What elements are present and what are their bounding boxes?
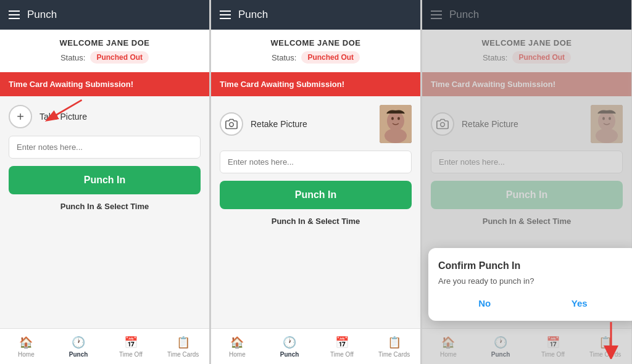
status-badge-panel2: Punched Out [301, 51, 360, 64]
confirm-yes-btn[interactable]: Yes [562, 296, 597, 311]
nav-punch-panel2[interactable]: 🕐 Punch [264, 329, 316, 364]
welcome-section-panel1: WELCOME JANE DOE Status: Punched Out [0, 30, 209, 72]
svg-point-4 [385, 128, 407, 143]
hamburger-menu-icon[interactable] [9, 10, 20, 19]
notes-input-panel1[interactable] [9, 136, 201, 159]
nav-timeoff-label-panel1: Time Off [119, 351, 143, 358]
nav-timecards-label-panel2: Time Cards [378, 351, 410, 358]
confirm-punch-modal: Confirm Punch In Are you ready to punch … [428, 248, 632, 321]
nav-home-panel2[interactable]: 🏠 Home [211, 329, 264, 364]
bottom-nav-panel1: 🏠 Home 🕐 Punch 📅 Time Off 📋 Time Cards [0, 328, 209, 364]
nav-home-panel1[interactable]: 🏠 Home [0, 329, 52, 364]
app-header-panel2: Punch [211, 0, 420, 30]
nav-timecards-label-panel1: Time Cards [167, 351, 199, 358]
alert-banner-panel1[interactable]: Time Card Awaiting Submission! [0, 72, 209, 96]
notes-input-panel2[interactable] [220, 151, 412, 173]
nav-home-label-panel1: Home [18, 351, 35, 358]
punch-in-btn-panel2[interactable]: Punch In [220, 181, 412, 209]
welcome-section-panel2: WELCOME JANE DOE Status: Punched Out [211, 30, 420, 72]
main-body-panel2: Retake Picture [211, 96, 420, 328]
nav-timecards-panel1[interactable]: 📋 Time Cards [157, 329, 209, 364]
punch-icon-panel1: 🕐 [72, 336, 85, 349]
picture-row-panel1: + Take Picture [9, 105, 201, 128]
nav-timecards-panel2[interactable]: 📋 Time Cards [368, 329, 420, 364]
confirm-no-btn[interactable]: No [468, 296, 501, 311]
home-icon-panel1: 🏠 [19, 336, 33, 349]
status-label-panel1: Status: [60, 53, 85, 62]
timeoff-icon-panel2: 📅 [335, 336, 349, 349]
nav-punch-label-panel2: Punch [280, 351, 299, 358]
nav-timeoff-label-panel2: Time Off [330, 351, 354, 358]
app-title-panel1: Punch [27, 9, 57, 21]
panel-1: Punch WELCOME JANE DOE Status: Punched O… [0, 0, 210, 364]
take-picture-btn[interactable]: + [9, 105, 32, 128]
modal-overlay: Confirm Punch In Are you ready to punch … [422, 0, 631, 364]
timecards-icon-panel2: 📋 [388, 336, 401, 349]
punch-link-panel2[interactable]: Punch In & Select Time [220, 217, 412, 226]
bottom-nav-panel2: 🏠 Home 🕐 Punch 📅 Time Off 📋 Time Cards [211, 328, 420, 364]
app-title-panel2: Punch [238, 9, 268, 21]
confirm-modal-title: Confirm Punch In [438, 260, 628, 271]
status-row-panel1: Status: Punched Out [9, 51, 201, 64]
photo-thumbnail-panel2 [380, 105, 412, 143]
main-body-panel1: + Take Picture Punch In Punch In & Selec… [0, 96, 209, 328]
nav-punch-label-panel1: Punch [69, 351, 88, 358]
status-row-panel2: Status: Punched Out [220, 51, 412, 64]
punch-link-panel1[interactable]: Punch In & Select Time [9, 202, 201, 211]
content-panel2: WELCOME JANE DOE Status: Punched Out Tim… [211, 30, 420, 328]
svg-point-1 [230, 123, 234, 127]
nav-home-label-panel2: Home [229, 351, 246, 358]
nav-timeoff-panel2[interactable]: 📅 Time Off [316, 329, 368, 364]
nav-punch-panel1[interactable]: 🕐 Punch [52, 329, 105, 364]
plus-icon: + [17, 110, 24, 123]
content-panel1: WELCOME JANE DOE Status: Punched Out Tim… [0, 30, 209, 328]
face-svg [380, 105, 412, 143]
picture-label-panel2: Retake Picture [251, 119, 307, 129]
app-header-panel1: Punch [0, 0, 209, 30]
panel-2: Punch WELCOME JANE DOE Status: Punched O… [211, 0, 421, 364]
photo-face-panel2 [380, 105, 412, 143]
picture-row-panel2: Retake Picture [220, 105, 412, 143]
arrow-annotation-panel3 [596, 319, 626, 359]
retake-picture-btn-panel2[interactable] [220, 112, 243, 136]
svg-point-5 [391, 117, 394, 120]
hamburger-menu-icon-panel2[interactable] [220, 10, 231, 19]
nav-timeoff-panel1[interactable]: 📅 Time Off [105, 329, 157, 364]
timecards-icon-panel1: 📋 [177, 336, 190, 349]
panel-3: Punch WELCOME JANE DOE Status: Punched O… [422, 0, 632, 364]
alert-banner-panel2[interactable]: Time Card Awaiting Submission! [211, 72, 420, 96]
welcome-title-panel2: WELCOME JANE DOE [220, 38, 412, 48]
timeoff-icon-panel1: 📅 [124, 336, 138, 349]
svg-point-6 [397, 117, 400, 120]
home-icon-panel2: 🏠 [230, 336, 244, 349]
camera-icon-panel2 [225, 118, 238, 130]
welcome-title-panel1: WELCOME JANE DOE [9, 38, 201, 48]
svg-point-3 [387, 111, 404, 131]
status-label-panel2: Status: [272, 53, 296, 62]
status-badge-panel1: Punched Out [90, 51, 149, 64]
punch-in-btn-panel1[interactable]: Punch In [9, 166, 201, 194]
confirm-modal-text: Are you ready to punch in? [438, 276, 628, 286]
picture-label-panel1: Take Picture [40, 112, 87, 122]
confirm-modal-buttons: No Yes [438, 296, 628, 311]
punch-icon-panel2: 🕐 [283, 336, 296, 349]
